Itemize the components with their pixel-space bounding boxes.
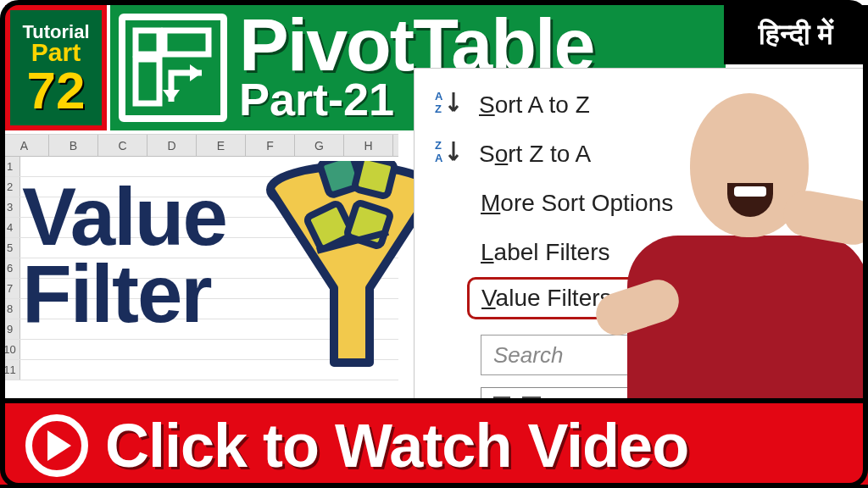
sort-az-icon: AZ [435,89,462,122]
tutorial-part-badge: Tutorial Part 72 [5,5,107,130]
menu-label-sort-az: Sort A to Z [479,92,590,119]
menu-label-sort-za: Sort Z to A [479,141,591,168]
presenter-photo [588,76,868,415]
svg-rect-1 [164,30,209,54]
svg-text:Z: Z [435,103,442,115]
row-header: 6 [0,258,20,278]
pivot-table-icon [119,14,227,122]
main-feature-line1: Value [22,178,226,255]
cta-label: Click to Watch Video [105,411,688,480]
col-header: G [295,135,344,156]
row-header: 8 [0,299,20,319]
row-header: 4 [0,218,20,237]
col-header: E [197,135,246,156]
watch-video-button[interactable]: Click to Watch Video [0,398,868,488]
svg-rect-5 [354,161,395,197]
svg-text:A: A [435,152,443,164]
svg-rect-2 [136,59,159,103]
main-feature-title: Value Filter [22,178,226,332]
svg-text:Z: Z [435,139,442,152]
language-badge-hindi: हिन्दी में [724,5,868,64]
col-header: B [49,135,98,156]
svg-rect-0 [136,30,159,54]
col-header: D [147,135,197,156]
row-header: 5 [0,238,20,258]
col-header: A [0,135,49,156]
col-header: C [98,135,147,156]
row-header: 1 [0,157,20,176]
row-header: 2 [0,177,20,197]
row-header: 10 [0,340,20,359]
row-header: 7 [0,279,20,298]
play-icon [25,414,88,477]
col-header: H [344,135,393,156]
col-header: F [246,135,295,156]
row-header: 11 [0,360,20,380]
badge-number: 72 [27,67,86,114]
sort-za-icon: ZA [435,138,462,171]
row-header: 9 [0,319,20,339]
main-feature-line2: Filter [22,255,226,332]
svg-text:A: A [435,90,443,103]
row-header: 3 [0,197,20,217]
